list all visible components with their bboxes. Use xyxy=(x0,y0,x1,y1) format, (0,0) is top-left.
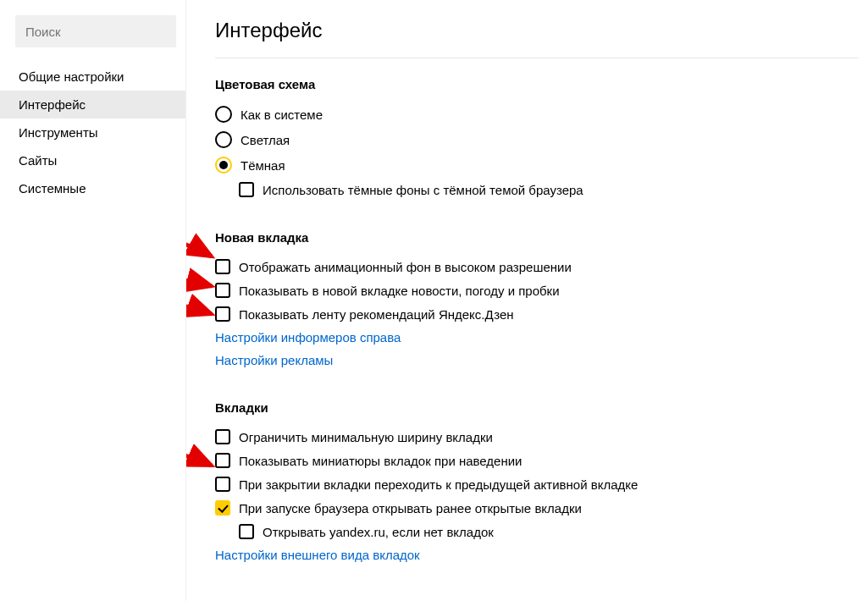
sidebar-item-general[interactable]: Общие настройки xyxy=(0,63,185,91)
check-row-dark-bg[interactable]: Использовать тёмные фоны с тёмной темой … xyxy=(215,178,868,201)
section-tabs: Вкладки Ограничить минимальную ширину вк… xyxy=(215,400,868,566)
page-title: Интерфейс xyxy=(215,19,868,42)
link-informers[interactable]: Настройки информеров справа xyxy=(215,326,868,349)
radio-label: Тёмная xyxy=(240,158,285,173)
section-new-tab: Новая вкладка Отображать анимационный фо… xyxy=(215,230,868,372)
section-title-color-scheme: Цветовая схема xyxy=(215,77,868,91)
check-row-zen[interactable]: Показывать ленту рекомендаций Яндекс.Дзе… xyxy=(215,302,868,326)
checkbox-label: При закрытии вкладки переходить к предыд… xyxy=(239,477,638,492)
checkbox-zen[interactable] xyxy=(215,306,230,322)
radio-dark[interactable] xyxy=(215,157,232,174)
checkbox-label: Открывать yandex.ru, если нет вкладок xyxy=(263,525,494,539)
radio-row-system[interactable]: Как в системе xyxy=(215,102,868,127)
check-row-restore-tabs[interactable]: При запуске браузера открывать ранее отк… xyxy=(215,496,868,520)
radio-row-light[interactable]: Светлая xyxy=(215,127,868,152)
checkbox-restore-tabs[interactable] xyxy=(215,500,230,516)
sidebar-item-interface[interactable]: Интерфейс xyxy=(0,91,185,119)
checkbox-label: Ограничить минимальную ширину вкладки xyxy=(239,430,493,444)
checkbox-thumbnails[interactable] xyxy=(215,453,230,468)
check-row-news[interactable]: Показывать в новой вкладке новости, пого… xyxy=(215,278,868,302)
check-row-anim-bg[interactable]: Отображать анимационный фон в высоком ра… xyxy=(215,255,868,278)
link-tab-appearance[interactable]: Настройки внешнего вида вкладок xyxy=(215,543,868,566)
link-ads[interactable]: Настройки рекламы xyxy=(215,349,868,372)
check-row-min-width[interactable]: Ограничить минимальную ширину вкладки xyxy=(215,425,868,449)
radio-row-dark[interactable]: Тёмная xyxy=(215,152,868,178)
checkbox-prev-tab[interactable] xyxy=(215,477,230,492)
radio-label: Как в системе xyxy=(240,108,323,122)
section-title-tabs: Вкладки xyxy=(215,400,868,415)
checkbox-news[interactable] xyxy=(215,283,230,298)
radio-label: Светлая xyxy=(240,133,290,147)
check-row-thumbnails[interactable]: Показывать миниатюры вкладок при наведен… xyxy=(215,449,868,472)
checkbox-label: Показывать миниатюры вкладок при наведен… xyxy=(239,454,522,468)
divider xyxy=(215,58,859,58)
radio-light[interactable] xyxy=(215,131,232,148)
checkbox-label: Использовать тёмные фоны с тёмной темой … xyxy=(263,183,583,197)
settings-main: Интерфейс Цветовая схема Как в системе С… xyxy=(186,0,868,601)
sidebar-item-sites[interactable]: Сайты xyxy=(0,146,185,174)
checkbox-label: Отображать анимационный фон в высоком ра… xyxy=(239,260,572,274)
section-title-new-tab: Новая вкладка xyxy=(215,230,868,245)
checkbox-anim-bg[interactable] xyxy=(215,259,230,274)
check-row-open-yandex[interactable]: Открывать yandex.ru, если нет вкладок xyxy=(215,520,868,543)
settings-nav: Общие настройки Интерфейс Инструменты Са… xyxy=(0,63,185,202)
checkbox-label: При запуске браузера открывать ранее отк… xyxy=(239,501,582,516)
checkbox-label: Показывать ленту рекомендаций Яндекс.Дзе… xyxy=(239,307,514,322)
check-row-prev-tab[interactable]: При закрытии вкладки переходить к предыд… xyxy=(215,472,868,496)
radio-system[interactable] xyxy=(215,106,232,123)
checkbox-open-yandex[interactable] xyxy=(239,524,254,539)
sidebar-item-tools[interactable]: Инструменты xyxy=(0,119,185,146)
search-input[interactable] xyxy=(15,15,176,47)
sidebar-item-system[interactable]: Системные xyxy=(0,174,185,202)
settings-sidebar: Общие настройки Интерфейс Инструменты Са… xyxy=(0,0,186,601)
checkbox-dark-bg[interactable] xyxy=(239,182,254,197)
checkbox-min-width[interactable] xyxy=(215,429,230,444)
checkbox-label: Показывать в новой вкладке новости, пого… xyxy=(239,284,560,298)
section-color-scheme: Цветовая схема Как в системе Светлая Тём… xyxy=(215,77,868,201)
